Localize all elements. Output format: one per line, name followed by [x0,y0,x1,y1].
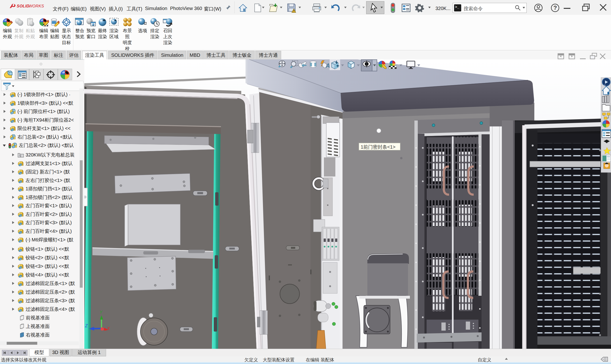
svg-text:WORKS: WORKS [28,4,44,8]
svg-text:SOLID: SOLID [17,4,29,8]
svg-text:?: ? [554,4,557,11]
svg-text:Y: Y [100,310,103,315]
svg-text:X: X [107,326,110,331]
svg-text:A: A [325,62,330,69]
svg-text:Z: Z [85,324,88,328]
svg-text:V.R: V.R [603,84,606,86]
svg-text:1前门密封条<1>: 1前门密封条<1> [361,144,396,150]
svg-text:!: ! [293,10,294,13]
